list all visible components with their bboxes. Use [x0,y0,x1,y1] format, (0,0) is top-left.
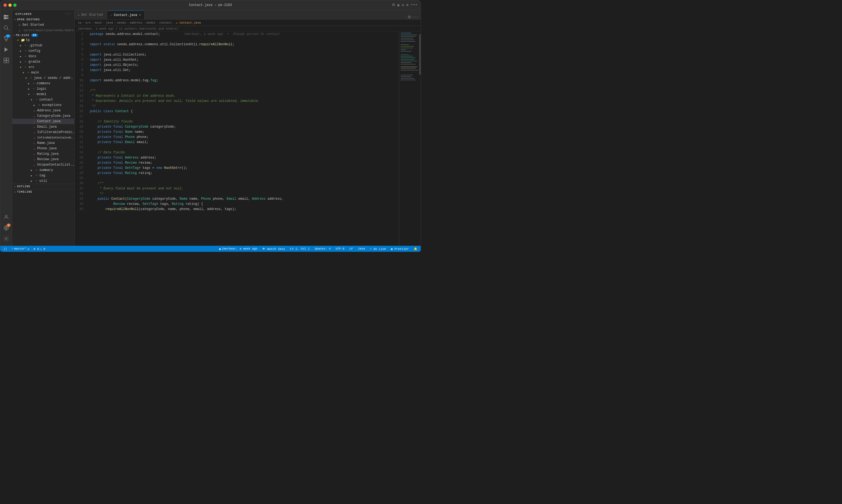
svg-rect-24 [401,49,406,50]
breadcrumb-address[interactable]: address [130,21,142,24]
settings-activity-icon[interactable] [1,234,11,244]
titlebar-icon-1[interactable]: ⧉ [392,3,395,7]
open-editor-get-started[interactable]: ✦ Get Started [12,22,74,28]
tree-name-java[interactable]: ☕ Name.java [12,140,74,146]
run-activity-icon[interactable] [1,45,11,54]
branch-status[interactable]: ⑂ master* ↺ [10,247,30,251]
tree-main[interactable]: ▾ ▫ main [12,70,74,75]
tree-contact-java[interactable]: ☕ Contact.java [12,119,74,124]
tree-isfindable-java[interactable]: ☕ IsFindableContainsKeywordsPred... [12,135,74,140]
split-editor-icon[interactable]: ⧉ [408,15,411,19]
go-live-item[interactable]: ⚡ Go Live [369,247,387,251]
search-activity-icon[interactable] [1,23,11,33]
breadcrumb-java[interactable]: java [106,21,113,24]
spaces-item[interactable]: Spaces: 4 [313,247,331,250]
blame-status-item[interactable]: ◉ lmerbear, a week ago [218,247,259,251]
tree-summary-folder[interactable]: ▸ ▫ summary [12,167,74,173]
tp-folder-icon: 📁 [21,38,25,42]
encoding-item[interactable]: UTF-8 [334,247,346,250]
explorer-activity-icon[interactable] [1,12,11,22]
tree-docs[interactable]: ▸ ▫ docs [12,54,74,59]
java-path-label: java / seedu / address [34,76,74,80]
contact-java-close-button[interactable]: × [139,13,141,17]
blame-bar: lmerbear, a week ago | 11 authors (marcu… [74,26,421,32]
open-editors-section[interactable]: ▾ OPEN EDITORS [12,17,74,22]
tree-uniquecontact-java[interactable]: ☕ UniqueContactList.java [12,162,74,167]
address-java-icon: ☕ [32,109,36,112]
remote-status-icon: ⟨⟩ [3,247,7,251]
errors-text: ⊗ 0 [34,247,39,251]
code-line-2 [90,37,396,42]
tree-logic[interactable]: ▸ ▫ logic [12,86,74,92]
close-button[interactable] [3,3,7,7]
breadcrumb-src[interactable]: src [85,21,91,24]
minimize-button[interactable] [8,3,12,7]
pe-2103-section[interactable]: ▾ PE-2103 48 [12,33,74,37]
titlebar-icon-3[interactable]: ⊡ [402,3,404,7]
outline-header[interactable]: ▸ OUTLINE [12,184,74,189]
errors-status[interactable]: ⊗ 0 ⚠ 0 [33,247,46,251]
contact-java-editor-path: tp/src/main/java/seedu/addre... [23,29,74,32]
prettier-item[interactable]: ◉ Prettier [390,247,410,251]
tab-get-started[interactable]: ✦ Get Started [74,11,107,19]
tree-address-java[interactable]: ☕ Address.java [12,108,74,113]
tree-categorycode-java[interactable]: ☕ CategoryCode.java [12,113,74,119]
tree-rating-java[interactable]: ☕ Rating.java [12,151,74,157]
breadcrumb-contact-java[interactable]: ☕ Contact.java [176,21,201,24]
breadcrumb-model[interactable]: model [147,21,155,24]
model-expand-icon: ▾ [27,92,31,96]
language-item[interactable]: Java [357,247,366,250]
titlebar-more[interactable]: ••• [411,3,417,7]
avatar-activity-icon[interactable] [1,212,11,222]
line-ending-item[interactable]: LF [348,247,354,250]
tree-email-java[interactable]: ☕ Email.java [12,124,74,129]
breadcrumb-contact[interactable]: contact [159,21,172,24]
code-editor[interactable]: package seedu.address.model.contact; lme… [87,32,399,246]
tree-util-folder[interactable]: ▸ ▫ util [12,178,74,184]
breadcrumb-main[interactable]: main [95,21,102,24]
titlebar-icon-4[interactable]: ⊕ [406,3,408,7]
position-item[interactable]: Ln 1, Col 1 [289,247,311,250]
tab-contact-java[interactable]: ☕ Contact.java × [107,11,144,19]
extensions-activity-icon[interactable] [1,56,11,65]
contact-folder-icon: ▫ [34,98,38,102]
tree-src[interactable]: ▾ ▫ src [12,65,74,70]
outline-section: ▸ OUTLINE [12,184,74,189]
sidebar-more-icon[interactable]: ··· [65,12,71,16]
tree-exceptions[interactable]: ▸ ▫ exceptions [12,103,74,108]
tree-github[interactable]: ▸ ▫ .github [12,43,74,48]
tree-phone-java[interactable]: ☕ Phone.java [12,146,74,151]
watch-sass-item[interactable]: 👁 Watch Sass [261,247,286,251]
tree-commons[interactable]: ▸ ▫ commons [12,81,74,86]
tree-tp[interactable]: ▾ 📁 tp [12,37,74,43]
breadcrumb: tp › src › main › java › seedu › address… [74,19,421,26]
breadcrumb-tp[interactable]: tp [78,21,81,24]
breadcrumb-seedu[interactable]: seedu [117,21,126,24]
svg-rect-30 [401,61,417,61]
tree-gradle[interactable]: ▸ ▫ gradle [12,59,74,65]
maximize-button[interactable] [13,3,17,7]
remote-status[interactable]: ⟨⟩ [2,247,8,251]
tree-review-java[interactable]: ☕ Review.java [12,157,74,162]
editor-wrapper: 12345 678910 1112131415 1617181920 21222… [74,32,421,246]
tree-java-path[interactable]: ▾ ▫ java / seedu / address [12,75,74,81]
notifications-item[interactable]: 🔔 [413,247,418,251]
tree-model[interactable]: ▾ ▫ model [12,92,74,97]
tree-tag-folder[interactable]: ▸ ▫ tag [12,173,74,178]
notifications-icon: 🔔 [414,247,417,251]
commons-label: commons [37,82,50,85]
titlebar-icon-2[interactable]: ◉ [397,3,399,7]
open-editor-contact-java[interactable]: ☕ Contact.java tp/src/main/java/seedu/ad… [12,28,74,33]
github-expand-icon: ▸ [19,43,22,48]
tree-config[interactable]: ▸ ▫ config [12,48,74,54]
tree-isfilterable-java[interactable]: ☕ IsFilterablePredicate.java [12,129,74,135]
util-label: util [39,179,47,183]
review-java-icon: ☕ [32,158,36,161]
remote-activity-icon[interactable]: 1 [1,223,11,233]
code-line-30: /** [90,181,396,186]
timeline-header[interactable]: ▸ TIMELINE [12,190,74,195]
tree-contact-folder[interactable]: ▾ ▫ contact [12,97,74,103]
svg-point-11 [5,215,7,217]
source-control-activity-icon[interactable]: 48 [1,34,11,43]
more-actions-icon[interactable]: ··· [412,15,418,19]
